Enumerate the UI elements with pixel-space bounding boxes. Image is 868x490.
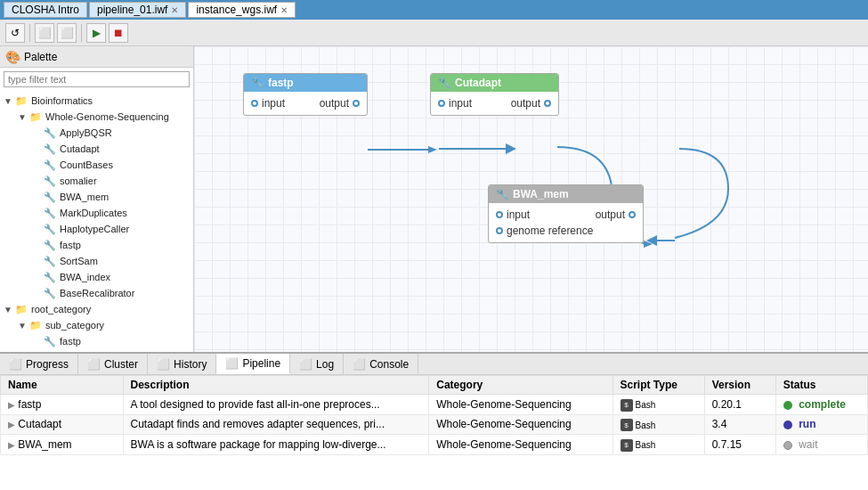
node-fastp[interactable]: 🔧 fastp input output	[243, 73, 368, 116]
node-cutadapt-icon: 🔧	[438, 77, 451, 89]
cutadapt-input-label: input	[449, 97, 472, 110]
node-bwa-mem[interactable]: 🔧 BWA_mem input output genome refer	[488, 184, 644, 243]
tab-instance-wgs-close[interactable]: ✕	[280, 5, 288, 15]
bwa-output-label: output	[596, 208, 625, 221]
workflow-canvas[interactable]: 🔧 fastp input output 🔧	[194, 46, 868, 352]
tree-item-cutadapt[interactable]: 🔧 Cutadapt	[0, 141, 193, 157]
row-fastp-version: 0.20.1	[704, 395, 775, 415]
log-tab-label: Log	[316, 358, 334, 371]
tab-history[interactable]: ⬜ History	[148, 354, 216, 374]
tree-item-bwa-mem[interactable]: 🔧 BWA_mem	[0, 189, 193, 205]
node-bwa-icon: 🔧	[496, 188, 509, 200]
tree-item-baserecalibrator[interactable]: 🔧 BaseRecalibrator	[0, 285, 193, 301]
table-row[interactable]: ▶ fastp A tool designed to provide fast …	[1, 395, 868, 415]
console-tab-label: Console	[369, 358, 409, 371]
pipeline-table: Name Description Category Script Type Ve…	[0, 375, 868, 455]
table-row[interactable]: ▶ BWA_mem BWA is a software package for …	[1, 435, 868, 455]
tab-pipeline[interactable]: ⬜ Pipeline	[216, 354, 290, 374]
row-arrow: ▶	[8, 420, 15, 429]
tree-label-somalier: somalier	[60, 176, 97, 186]
tool-somalier-icon: 🔧	[43, 174, 57, 188]
node-cutadapt[interactable]: 🔧 Cutadapt input output	[430, 73, 559, 116]
toolbar: ↺ ⬜ ⬜ ▶ ⏹	[0, 20, 868, 46]
pipeline-tab-label: Pipeline	[242, 357, 280, 370]
node-cutadapt-body: input output	[431, 92, 558, 115]
fastp-input-dot	[251, 100, 258, 107]
tab-closha-label: CLOSHA Intro	[12, 4, 79, 16]
row-arrow: ▶	[8, 440, 15, 450]
tree-item-wgs[interactable]: ▼ 📁 Whole-Genome-Sequencing	[0, 109, 193, 125]
tree-item-somalier[interactable]: 🔧 somalier	[0, 173, 193, 189]
row-bwa-name: ▶ BWA_mem	[1, 435, 124, 455]
node-fastp-input-port: input	[251, 97, 285, 110]
tree-item-markduplicates[interactable]: 🔧 MarkDuplicates	[0, 205, 193, 221]
tree-item-applybqsr[interactable]: 🔧 ApplyBQSR	[0, 125, 193, 141]
tree-item-haplotypecaller[interactable]: 🔧 HaplotypeCaller	[0, 221, 193, 237]
arrow-root-category: ▼	[4, 305, 14, 314]
palette-label: Palette	[24, 51, 57, 63]
tab-cluster[interactable]: ⬜ Cluster	[78, 354, 148, 374]
row-arrow: ▶	[8, 400, 15, 410]
tab-pipeline01-close[interactable]: ✕	[171, 5, 178, 15]
tree-label-sub-category: sub_category	[45, 320, 104, 331]
tree-label-bwa-mem: BWA_mem	[60, 192, 109, 202]
palette-bar: 🎨 Palette	[0, 46, 193, 68]
table-row[interactable]: ▶ Cutadapt Cutadapt finds and removes ad…	[1, 414, 868, 435]
row-fastp-desc: A tool designed to provide fast all-in-o…	[123, 395, 429, 415]
tab-pipeline01[interactable]: pipeline_01.iwf ✕	[89, 2, 186, 18]
tree-item-root-category[interactable]: ▼ 📁 root_category	[0, 301, 193, 317]
bwa-genome-dot	[496, 227, 503, 234]
node-cutadapt-label: Cutadapt	[455, 77, 501, 89]
tree-label-markduplicates: MarkDuplicates	[60, 208, 127, 218]
tree-label-bioinformatics: Bioinformatics	[31, 95, 93, 106]
status-label-complete: complete	[799, 398, 846, 411]
status-dot-complete	[783, 401, 792, 410]
col-header-name: Name	[1, 376, 124, 395]
row-fastp-category: Whole-Genome-Sequencing	[429, 395, 612, 415]
sidebar: 🎨 Palette ▼ 📁 Bioinformatics ▼ 📁 Whole-G…	[0, 46, 194, 352]
filter-input[interactable]	[4, 71, 190, 87]
bash-badge-bwa: $ Bash	[621, 439, 656, 452]
tab-instance-wgs[interactable]: instance_wgs.iwf ✕	[188, 2, 296, 18]
toolbar-separator-1	[29, 24, 30, 42]
tree-label-sortsam: SortSam	[60, 256, 98, 266]
save-button[interactable]: ⬜	[35, 23, 54, 43]
tree-area: ▼ 📁 Bioinformatics ▼ 📁 Whole-Genome-Sequ…	[0, 91, 193, 352]
tree-item-countbases[interactable]: 🔧 CountBases	[0, 157, 193, 173]
cutadapt-input-dot	[438, 100, 445, 107]
row-cutadapt-desc: Cutadapt finds and removes adapter seque…	[123, 414, 429, 435]
bottom-panel: ⬜ Progress ⬜ Cluster ⬜ History ⬜ Pipelin…	[0, 352, 868, 490]
tree-item-fastp2[interactable]: 🔧 fastp	[0, 333, 193, 349]
layout-button[interactable]: ⬜	[57, 23, 77, 43]
status-label-run: run	[799, 418, 815, 430]
stop-button[interactable]: ⏹	[109, 23, 128, 43]
tool-countbases-icon: 🔧	[43, 158, 57, 172]
bwa-input-label: input	[507, 208, 530, 221]
progress-tab-label: Progress	[26, 358, 69, 371]
fastp-output-dot	[353, 100, 360, 107]
folder-bioinformatics-icon: 📁	[14, 94, 28, 108]
tree-item-bwa-index[interactable]: 🔧 BWA_index	[0, 269, 193, 285]
node-cutadapt-input-port: input	[438, 97, 472, 110]
tab-console[interactable]: ⬜ Console	[344, 354, 418, 374]
tool-fastp2-icon: 🔧	[43, 334, 57, 348]
tree-item-sortsam[interactable]: 🔧 SortSam	[0, 253, 193, 269]
tab-log[interactable]: ⬜ Log	[290, 354, 344, 374]
node-cutadapt-header: 🔧 Cutadapt	[431, 74, 558, 92]
row-fastp-scripttype: $ Bash	[612, 395, 704, 415]
node-bwa-genome-port: genome reference	[496, 225, 636, 237]
tree-item-fastp[interactable]: 🔧 fastp	[0, 237, 193, 253]
tab-progress[interactable]: ⬜ Progress	[0, 354, 78, 374]
bash-badge-cutadapt: $ Bash	[621, 419, 656, 431]
refresh-button[interactable]: ↺	[5, 23, 25, 43]
tree-item-bioinformatics[interactable]: ▼ 📁 Bioinformatics	[0, 93, 193, 109]
run-button[interactable]: ▶	[86, 23, 106, 43]
folder-wgs-icon: 📁	[28, 110, 43, 124]
tree-item-sub-category[interactable]: ▼ 📁 sub_category	[0, 317, 193, 333]
bwa-input-dot	[496, 211, 503, 218]
node-cutadapt-output-port: output	[511, 97, 551, 110]
tree-label-fastp: fastp	[60, 240, 81, 250]
progress-tab-icon: ⬜	[9, 358, 22, 371]
cluster-tab-label: Cluster	[104, 358, 138, 371]
tab-closha[interactable]: CLOSHA Intro	[4, 2, 87, 18]
